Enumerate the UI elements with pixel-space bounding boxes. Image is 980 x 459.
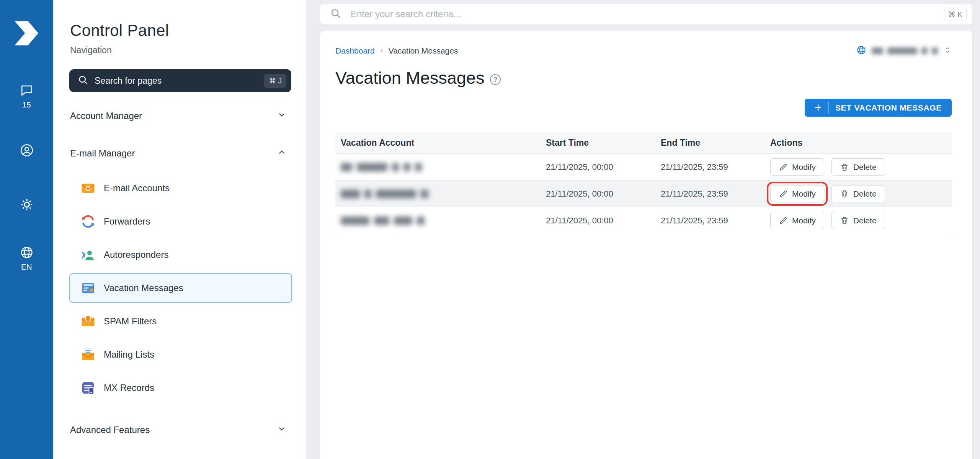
vacation-messages-table: Vacation Account Start Time End Time Act… bbox=[335, 132, 952, 234]
sidebar-item-label: Autoresponders bbox=[104, 249, 168, 260]
content-card: Dashboard Vacation Messages bbox=[320, 31, 972, 459]
chevron-right-icon bbox=[379, 46, 385, 55]
table-row: 21/11/2025, 00:00 21/11/2025, 23:59 Modi… bbox=[335, 181, 952, 207]
pencil-icon bbox=[779, 189, 788, 199]
sidebar-subtitle: Navigation bbox=[70, 45, 289, 55]
start-time-cell: 21/11/2025, 00:00 bbox=[546, 162, 661, 172]
sidebar-title: Control Panel bbox=[70, 21, 289, 40]
trash-icon bbox=[840, 189, 849, 199]
email-accounts-icon bbox=[81, 181, 95, 195]
mailing-lists-icon bbox=[81, 347, 95, 362]
sidebar-item-mx-records[interactable]: MX Records bbox=[69, 373, 292, 403]
modify-button[interactable]: Modify bbox=[770, 185, 824, 202]
end-time-cell: 21/11/2025, 23:59 bbox=[661, 162, 770, 172]
chevron-down-icon bbox=[277, 110, 287, 122]
screen: 15 EN Control Panel Navigation bbox=[0, 0, 980, 459]
page-title: Vacation Messages bbox=[335, 68, 484, 88]
header-actions: Actions bbox=[770, 138, 952, 148]
globe-icon bbox=[856, 45, 866, 57]
sidebar-item-label: Forwarders bbox=[104, 216, 150, 227]
header-start-time: Start Time bbox=[546, 138, 661, 148]
sidebar-item-forwarders[interactable]: Forwarders bbox=[69, 207, 292, 236]
pencil-icon bbox=[779, 163, 788, 172]
sidebar-search-button[interactable]: Search for pages ⌘ J bbox=[69, 69, 291, 92]
section-label: E-mail Manager bbox=[70, 148, 135, 159]
sidebar-item-label: Vacation Messages bbox=[104, 283, 183, 293]
trash-icon bbox=[840, 216, 849, 225]
set-vacation-message-button[interactable]: + SET VACATION MESSAGE bbox=[805, 99, 952, 117]
globe-icon bbox=[20, 246, 34, 259]
sidebar-section-advanced-features[interactable]: Advanced Features bbox=[53, 418, 306, 442]
search-icon bbox=[78, 75, 88, 87]
chevron-up-icon bbox=[277, 147, 287, 160]
sidebar-item-autoresponders[interactable]: Autoresponders bbox=[69, 240, 292, 270]
global-search-shortcut: ⌘ K bbox=[944, 8, 967, 21]
mx-records-icon bbox=[81, 381, 95, 395]
sidebar-item-mailing-lists[interactable]: Mailing Lists bbox=[69, 340, 292, 369]
start-time-cell: 21/11/2025, 00:00 bbox=[546, 216, 661, 226]
sidebar-item-label: Mailing Lists bbox=[104, 349, 154, 360]
table-header-row: Vacation Account Start Time End Time Act… bbox=[335, 132, 952, 154]
sidebar: Control Panel Navigation Search for page… bbox=[53, 0, 306, 459]
table-row: 21/11/2025, 00:00 21/11/2025, 23:59 Modi… bbox=[335, 207, 952, 234]
header-end-time: End Time bbox=[661, 138, 770, 148]
app-logo[interactable] bbox=[12, 20, 41, 47]
section-label: Account Manager bbox=[70, 111, 142, 121]
global-search-input[interactable] bbox=[350, 8, 944, 20]
global-search-bar: ⌘ K bbox=[320, 4, 972, 24]
end-time-cell: 21/11/2025, 23:59 bbox=[661, 189, 770, 199]
chat-icon bbox=[20, 83, 34, 97]
trash-icon bbox=[840, 163, 849, 172]
vacation-messages-icon bbox=[81, 281, 95, 295]
autoresponders-icon bbox=[81, 247, 95, 262]
gear-icon bbox=[20, 197, 34, 212]
sidebar-item-vacation-messages[interactable]: Vacation Messages bbox=[69, 273, 292, 303]
redacted-account-name bbox=[341, 163, 546, 171]
sidebar-item-email-accounts[interactable]: E-mail Accounts bbox=[69, 173, 292, 203]
redacted-account-name bbox=[341, 216, 546, 225]
notification-count: 15 bbox=[22, 101, 31, 109]
end-time-cell: 21/11/2025, 23:59 bbox=[661, 216, 770, 226]
sidebar-search-shortcut: ⌘ J bbox=[264, 74, 286, 88]
modify-button[interactable]: Modify bbox=[770, 158, 824, 176]
select-chevrons-icon bbox=[943, 46, 952, 56]
app-rail: 15 EN bbox=[0, 0, 53, 459]
user-icon bbox=[20, 143, 34, 158]
domain-selector[interactable] bbox=[856, 45, 952, 57]
sidebar-item-label: MX Records bbox=[104, 382, 154, 393]
breadcrumb-dashboard-link[interactable]: Dashboard bbox=[335, 46, 375, 55]
redacted-account-name bbox=[341, 190, 546, 198]
language-button[interactable]: EN bbox=[20, 246, 34, 272]
header-vacation-account: Vacation Account bbox=[335, 138, 546, 148]
sidebar-section-email-manager[interactable]: E-mail Manager bbox=[53, 141, 306, 166]
sidebar-search-label: Search for pages bbox=[95, 76, 264, 86]
plus-icon: + bbox=[815, 102, 829, 114]
notifications-button[interactable]: 15 bbox=[20, 83, 34, 109]
start-time-cell: 21/11/2025, 00:00 bbox=[546, 189, 661, 199]
modify-button[interactable]: Modify bbox=[770, 212, 824, 229]
sidebar-item-label: E-mail Accounts bbox=[104, 183, 170, 194]
sidebar-item-label: SPAM Filters bbox=[104, 316, 157, 327]
search-icon bbox=[330, 8, 341, 21]
table-row: 21/11/2025, 00:00 21/11/2025, 23:59 Modi… bbox=[335, 154, 952, 181]
breadcrumb: Dashboard Vacation Messages bbox=[335, 46, 458, 55]
pencil-icon bbox=[779, 216, 788, 225]
chevron-down-icon bbox=[277, 424, 287, 436]
settings-button[interactable] bbox=[20, 197, 34, 212]
account-button[interactable] bbox=[20, 143, 34, 158]
delete-button[interactable]: Delete bbox=[831, 212, 885, 229]
help-icon[interactable]: ? bbox=[490, 74, 501, 85]
spam-filters-icon bbox=[81, 314, 95, 329]
redacted-domain-text bbox=[872, 47, 938, 54]
email-manager-items: E-mail Accounts Forwarders Autoresponder… bbox=[53, 173, 306, 406]
language-label: EN bbox=[21, 263, 32, 272]
sidebar-item-spam-filters[interactable]: SPAM Filters bbox=[69, 306, 292, 336]
forwarders-icon bbox=[81, 214, 95, 229]
delete-button[interactable]: Delete bbox=[831, 158, 885, 176]
breadcrumb-current: Vacation Messages bbox=[389, 46, 458, 55]
main-area: ⌘ K Dashboard Vacation Messages bbox=[306, 0, 980, 459]
sidebar-section-account-manager[interactable]: Account Manager bbox=[53, 104, 306, 128]
section-label: Advanced Features bbox=[70, 425, 150, 435]
delete-button[interactable]: Delete bbox=[831, 185, 885, 202]
